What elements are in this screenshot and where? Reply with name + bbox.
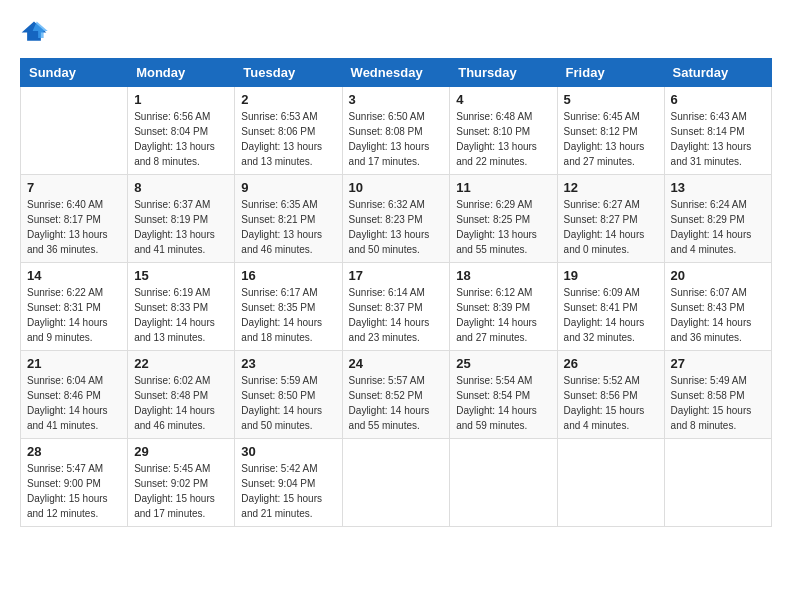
- col-header-saturday: Saturday: [664, 59, 771, 87]
- day-info: Sunrise: 6:37 AM Sunset: 8:19 PM Dayligh…: [134, 197, 228, 257]
- day-number: 7: [27, 180, 121, 195]
- day-number: 25: [456, 356, 550, 371]
- calendar-cell: 15Sunrise: 6:19 AM Sunset: 8:33 PM Dayli…: [128, 263, 235, 351]
- calendar-cell: 14Sunrise: 6:22 AM Sunset: 8:31 PM Dayli…: [21, 263, 128, 351]
- day-info: Sunrise: 5:52 AM Sunset: 8:56 PM Dayligh…: [564, 373, 658, 433]
- calendar-cell: 11Sunrise: 6:29 AM Sunset: 8:25 PM Dayli…: [450, 175, 557, 263]
- calendar-cell: 30Sunrise: 5:42 AM Sunset: 9:04 PM Dayli…: [235, 439, 342, 527]
- day-info: Sunrise: 6:43 AM Sunset: 8:14 PM Dayligh…: [671, 109, 765, 169]
- day-number: 26: [564, 356, 658, 371]
- calendar-cell: 29Sunrise: 5:45 AM Sunset: 9:02 PM Dayli…: [128, 439, 235, 527]
- day-info: Sunrise: 6:40 AM Sunset: 8:17 PM Dayligh…: [27, 197, 121, 257]
- page-header: [20, 20, 772, 42]
- day-number: 30: [241, 444, 335, 459]
- col-header-tuesday: Tuesday: [235, 59, 342, 87]
- day-number: 3: [349, 92, 444, 107]
- day-number: 28: [27, 444, 121, 459]
- day-number: 9: [241, 180, 335, 195]
- day-info: Sunrise: 5:45 AM Sunset: 9:02 PM Dayligh…: [134, 461, 228, 521]
- calendar-cell: 16Sunrise: 6:17 AM Sunset: 8:35 PM Dayli…: [235, 263, 342, 351]
- calendar-cell: 3Sunrise: 6:50 AM Sunset: 8:08 PM Daylig…: [342, 87, 450, 175]
- calendar-cell: 6Sunrise: 6:43 AM Sunset: 8:14 PM Daylig…: [664, 87, 771, 175]
- day-info: Sunrise: 5:57 AM Sunset: 8:52 PM Dayligh…: [349, 373, 444, 433]
- calendar-week-4: 21Sunrise: 6:04 AM Sunset: 8:46 PM Dayli…: [21, 351, 772, 439]
- day-number: 18: [456, 268, 550, 283]
- calendar-cell: 19Sunrise: 6:09 AM Sunset: 8:41 PM Dayli…: [557, 263, 664, 351]
- day-info: Sunrise: 6:09 AM Sunset: 8:41 PM Dayligh…: [564, 285, 658, 345]
- day-info: Sunrise: 6:04 AM Sunset: 8:46 PM Dayligh…: [27, 373, 121, 433]
- day-info: Sunrise: 6:24 AM Sunset: 8:29 PM Dayligh…: [671, 197, 765, 257]
- calendar-cell: 25Sunrise: 5:54 AM Sunset: 8:54 PM Dayli…: [450, 351, 557, 439]
- calendar-cell: 9Sunrise: 6:35 AM Sunset: 8:21 PM Daylig…: [235, 175, 342, 263]
- calendar-cell: 28Sunrise: 5:47 AM Sunset: 9:00 PM Dayli…: [21, 439, 128, 527]
- day-number: 19: [564, 268, 658, 283]
- calendar-cell: [557, 439, 664, 527]
- day-info: Sunrise: 6:17 AM Sunset: 8:35 PM Dayligh…: [241, 285, 335, 345]
- calendar-cell: [450, 439, 557, 527]
- calendar-cell: 8Sunrise: 6:37 AM Sunset: 8:19 PM Daylig…: [128, 175, 235, 263]
- day-info: Sunrise: 6:14 AM Sunset: 8:37 PM Dayligh…: [349, 285, 444, 345]
- col-header-monday: Monday: [128, 59, 235, 87]
- day-info: Sunrise: 6:02 AM Sunset: 8:48 PM Dayligh…: [134, 373, 228, 433]
- calendar-cell: 7Sunrise: 6:40 AM Sunset: 8:17 PM Daylig…: [21, 175, 128, 263]
- day-info: Sunrise: 6:56 AM Sunset: 8:04 PM Dayligh…: [134, 109, 228, 169]
- day-number: 5: [564, 92, 658, 107]
- calendar-cell: [21, 87, 128, 175]
- calendar-cell: 22Sunrise: 6:02 AM Sunset: 8:48 PM Dayli…: [128, 351, 235, 439]
- day-number: 21: [27, 356, 121, 371]
- calendar-cell: 17Sunrise: 6:14 AM Sunset: 8:37 PM Dayli…: [342, 263, 450, 351]
- day-number: 10: [349, 180, 444, 195]
- day-info: Sunrise: 5:42 AM Sunset: 9:04 PM Dayligh…: [241, 461, 335, 521]
- col-header-friday: Friday: [557, 59, 664, 87]
- calendar-cell: 2Sunrise: 6:53 AM Sunset: 8:06 PM Daylig…: [235, 87, 342, 175]
- day-number: 23: [241, 356, 335, 371]
- calendar-cell: 27Sunrise: 5:49 AM Sunset: 8:58 PM Dayli…: [664, 351, 771, 439]
- calendar-cell: [664, 439, 771, 527]
- calendar-cell: 24Sunrise: 5:57 AM Sunset: 8:52 PM Dayli…: [342, 351, 450, 439]
- calendar-cell: 10Sunrise: 6:32 AM Sunset: 8:23 PM Dayli…: [342, 175, 450, 263]
- calendar-cell: 4Sunrise: 6:48 AM Sunset: 8:10 PM Daylig…: [450, 87, 557, 175]
- day-number: 20: [671, 268, 765, 283]
- calendar-week-5: 28Sunrise: 5:47 AM Sunset: 9:00 PM Dayli…: [21, 439, 772, 527]
- calendar-header-row: SundayMondayTuesdayWednesdayThursdayFrid…: [21, 59, 772, 87]
- day-number: 27: [671, 356, 765, 371]
- day-info: Sunrise: 6:32 AM Sunset: 8:23 PM Dayligh…: [349, 197, 444, 257]
- day-number: 6: [671, 92, 765, 107]
- day-number: 15: [134, 268, 228, 283]
- col-header-wednesday: Wednesday: [342, 59, 450, 87]
- day-info: Sunrise: 6:48 AM Sunset: 8:10 PM Dayligh…: [456, 109, 550, 169]
- calendar-cell: 21Sunrise: 6:04 AM Sunset: 8:46 PM Dayli…: [21, 351, 128, 439]
- day-info: Sunrise: 6:27 AM Sunset: 8:27 PM Dayligh…: [564, 197, 658, 257]
- calendar-table: SundayMondayTuesdayWednesdayThursdayFrid…: [20, 58, 772, 527]
- day-info: Sunrise: 6:50 AM Sunset: 8:08 PM Dayligh…: [349, 109, 444, 169]
- day-number: 13: [671, 180, 765, 195]
- calendar-cell: 23Sunrise: 5:59 AM Sunset: 8:50 PM Dayli…: [235, 351, 342, 439]
- day-info: Sunrise: 5:59 AM Sunset: 8:50 PM Dayligh…: [241, 373, 335, 433]
- day-number: 2: [241, 92, 335, 107]
- day-number: 11: [456, 180, 550, 195]
- day-info: Sunrise: 6:29 AM Sunset: 8:25 PM Dayligh…: [456, 197, 550, 257]
- day-info: Sunrise: 5:49 AM Sunset: 8:58 PM Dayligh…: [671, 373, 765, 433]
- calendar-cell: 1Sunrise: 6:56 AM Sunset: 8:04 PM Daylig…: [128, 87, 235, 175]
- day-info: Sunrise: 6:53 AM Sunset: 8:06 PM Dayligh…: [241, 109, 335, 169]
- day-info: Sunrise: 5:47 AM Sunset: 9:00 PM Dayligh…: [27, 461, 121, 521]
- day-info: Sunrise: 6:19 AM Sunset: 8:33 PM Dayligh…: [134, 285, 228, 345]
- day-info: Sunrise: 6:45 AM Sunset: 8:12 PM Dayligh…: [564, 109, 658, 169]
- day-info: Sunrise: 6:22 AM Sunset: 8:31 PM Dayligh…: [27, 285, 121, 345]
- calendar-week-2: 7Sunrise: 6:40 AM Sunset: 8:17 PM Daylig…: [21, 175, 772, 263]
- col-header-sunday: Sunday: [21, 59, 128, 87]
- day-number: 4: [456, 92, 550, 107]
- day-number: 29: [134, 444, 228, 459]
- calendar-cell: 12Sunrise: 6:27 AM Sunset: 8:27 PM Dayli…: [557, 175, 664, 263]
- calendar-week-3: 14Sunrise: 6:22 AM Sunset: 8:31 PM Dayli…: [21, 263, 772, 351]
- col-header-thursday: Thursday: [450, 59, 557, 87]
- day-info: Sunrise: 5:54 AM Sunset: 8:54 PM Dayligh…: [456, 373, 550, 433]
- calendar-cell: 18Sunrise: 6:12 AM Sunset: 8:39 PM Dayli…: [450, 263, 557, 351]
- day-number: 1: [134, 92, 228, 107]
- calendar-cell: [342, 439, 450, 527]
- calendar-cell: 5Sunrise: 6:45 AM Sunset: 8:12 PM Daylig…: [557, 87, 664, 175]
- day-number: 24: [349, 356, 444, 371]
- calendar-cell: 13Sunrise: 6:24 AM Sunset: 8:29 PM Dayli…: [664, 175, 771, 263]
- day-number: 8: [134, 180, 228, 195]
- logo: [20, 20, 52, 42]
